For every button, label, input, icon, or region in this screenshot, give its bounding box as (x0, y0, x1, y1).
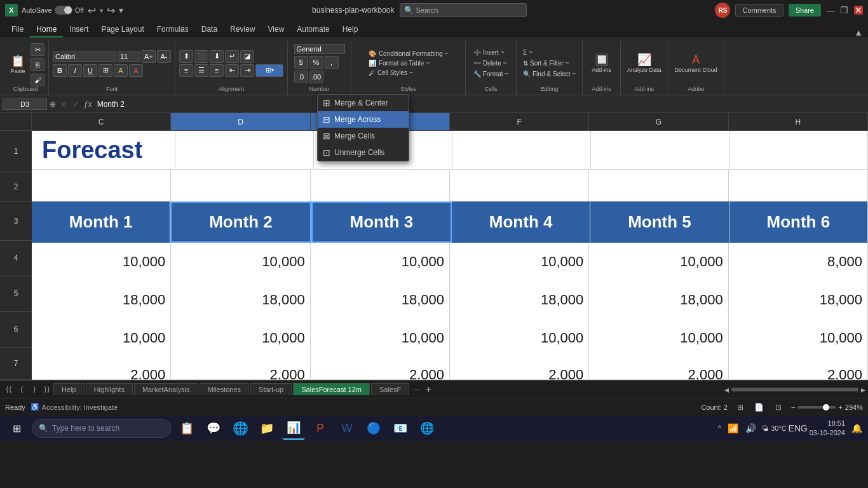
taskbar-powerpoint[interactable]: P (309, 417, 332, 440)
cell-c4[interactable]: 10,000 (32, 243, 171, 281)
taskbar-edge[interactable]: 🌐 (229, 417, 252, 440)
expand-icon[interactable]: ⊕ (50, 100, 56, 109)
format-as-table-button[interactable]: 📊 Format as Table ~ (366, 58, 451, 68)
undo-icon[interactable]: ↩ (88, 4, 96, 17)
share-button[interactable]: Share (789, 4, 821, 17)
tab-milestones[interactable]: Milestones (200, 383, 250, 395)
cell-h6[interactable]: 10,000 (729, 319, 868, 357)
decrease-decimal-button[interactable]: .0 (294, 71, 308, 83)
tab-highlights[interactable]: Highlights (86, 383, 133, 395)
comma-button[interactable]: , (325, 56, 339, 69)
start-button[interactable]: ⊞ (5, 417, 28, 440)
cell-d3[interactable]: Month 2 (170, 201, 311, 243)
cell-e4[interactable]: 10,000 (311, 243, 450, 281)
cell-g3[interactable]: Month 5 (590, 201, 729, 243)
cell-g7[interactable]: 2,000 (589, 357, 728, 380)
percent-button[interactable]: % (309, 56, 323, 69)
cell-d2[interactable] (171, 170, 310, 201)
cell-g6[interactable]: 10,000 (589, 319, 728, 357)
cut-button[interactable]: ✂ (31, 43, 44, 56)
cell-h2[interactable] (729, 170, 868, 201)
align-left-button[interactable]: ≡ (179, 64, 193, 77)
cell-f3[interactable]: Month 4 (452, 201, 590, 243)
page-layout-view-button[interactable]: 📄 (753, 401, 766, 414)
row-num-7[interactable]: 7 (0, 348, 32, 380)
format-cells-button[interactable]: 🔧 Format ~ (471, 69, 511, 79)
cell-d4[interactable]: 10,000 (171, 243, 310, 281)
quick-access-icon[interactable]: ▾ (119, 5, 123, 15)
decrease-font-button[interactable]: A- (157, 50, 171, 63)
cell-g4[interactable]: 10,000 (589, 243, 728, 281)
number-format-input[interactable] (294, 44, 345, 54)
document-cloud-button[interactable]: A Document Cloud (672, 52, 720, 75)
fill-color-button[interactable]: A (114, 64, 128, 77)
sheet-nav-first[interactable]: ⟨⟨ (3, 383, 15, 396)
find-select-button[interactable]: 🔍 Find & Select ~ (520, 69, 578, 79)
decrease-indent-button[interactable]: ⇤ (225, 64, 239, 77)
col-header-f[interactable]: F (450, 113, 589, 131)
undo-dropdown-icon[interactable]: ▾ (100, 7, 103, 14)
taskbar-word[interactable]: W (336, 417, 358, 440)
row-num-6[interactable]: 6 (0, 312, 32, 348)
collapse-ribbon-icon[interactable]: ▲ (854, 27, 863, 37)
cell-e5[interactable]: 18,000 (311, 281, 450, 319)
cell-g5[interactable]: 18,000 (589, 281, 728, 319)
cell-c3[interactable]: Month 1 (32, 201, 170, 243)
borders-button[interactable]: ⊞ (98, 64, 112, 77)
copy-button[interactable]: ⎘ (31, 58, 44, 71)
sort-filter-button[interactable]: ⇅ Sort & Filter ~ (520, 58, 578, 68)
horizontal-scrollbar[interactable] (731, 388, 858, 391)
cell-d7[interactable]: 2,000 (171, 357, 310, 380)
cell-h4[interactable]: 8,000 (729, 243, 868, 281)
conditional-formatting-button[interactable]: 🎨 Conditional Formatting ~ (366, 49, 451, 58)
analyze-data-button[interactable]: 📈 Analyze Data (625, 52, 664, 75)
cell-h7[interactable]: 2,000 (729, 357, 868, 380)
comments-button[interactable]: Comments (735, 4, 783, 17)
cell-d1[interactable] (175, 131, 314, 169)
cell-h5[interactable]: 18,000 (729, 281, 868, 319)
tab-market-analysis[interactable]: MarketAnalysis (134, 383, 198, 395)
network-icon[interactable]: 📶 (726, 422, 739, 435)
maximize-button[interactable]: ❐ (840, 6, 849, 15)
taskbar-outlook[interactable]: 📧 (389, 417, 412, 440)
search-bar[interactable]: 🔍 Search (400, 3, 527, 17)
orientation-button[interactable]: ◪ (240, 50, 254, 63)
taskbar-explorer[interactable]: 📁 (255, 417, 278, 440)
cell-d5[interactable]: 18,000 (171, 281, 310, 319)
paste-button[interactable]: 📋 Paste (6, 53, 29, 76)
italic-button[interactable]: I (68, 64, 82, 77)
autosum-button[interactable]: Σ ~ (520, 48, 578, 57)
cell-e6[interactable]: 10,000 (311, 319, 450, 357)
merge-across-item[interactable]: ⊟ Merge Across (318, 111, 409, 128)
cell-f7[interactable]: 2,000 (450, 357, 589, 380)
cell-e7[interactable]: 2,000 (311, 357, 450, 380)
col-header-g[interactable]: G (589, 113, 728, 131)
tab-insert[interactable]: Insert (63, 22, 95, 37)
taskbar-excel[interactable]: 📊 (282, 417, 305, 440)
scroll-left-icon[interactable]: ◂ (724, 384, 729, 395)
increase-font-button[interactable]: A+ (142, 50, 156, 63)
cell-h3[interactable]: Month 6 (729, 201, 868, 243)
autosave-toggle[interactable] (55, 6, 72, 15)
row-num-1[interactable]: 1 (0, 131, 32, 172)
merge-cells-item[interactable]: ⊠ Merge Cells (318, 128, 409, 144)
notifications-icon[interactable]: 🔔 (850, 422, 863, 435)
cell-c2[interactable] (32, 170, 171, 201)
formula-input[interactable] (95, 98, 865, 110)
tab-salesf[interactable]: SalesF (371, 383, 409, 395)
sheet-nav-next[interactable]: ⟩ (28, 383, 41, 396)
row-num-3[interactable]: 3 (0, 202, 32, 241)
merge-center-item[interactable]: ⊞ Merge & Center (318, 95, 409, 111)
cell-c6[interactable]: 10,000 (32, 319, 171, 357)
align-middle-button[interactable]: ⬛ (194, 50, 208, 63)
cell-f5[interactable]: 18,000 (450, 281, 589, 319)
time-date-display[interactable]: 18:51 03-10-2024 (810, 419, 845, 438)
add-sheet-button[interactable]: + (421, 383, 435, 396)
select-all-button[interactable] (0, 113, 32, 131)
tab-formulas[interactable]: Formulas (151, 22, 195, 37)
cell-f6[interactable]: 10,000 (450, 319, 589, 357)
tab-automate[interactable]: Automate (290, 22, 336, 37)
tab-page-layout[interactable]: Page Layout (95, 22, 150, 37)
row-num-2[interactable]: 2 (0, 172, 32, 202)
cell-g2[interactable] (589, 170, 728, 201)
